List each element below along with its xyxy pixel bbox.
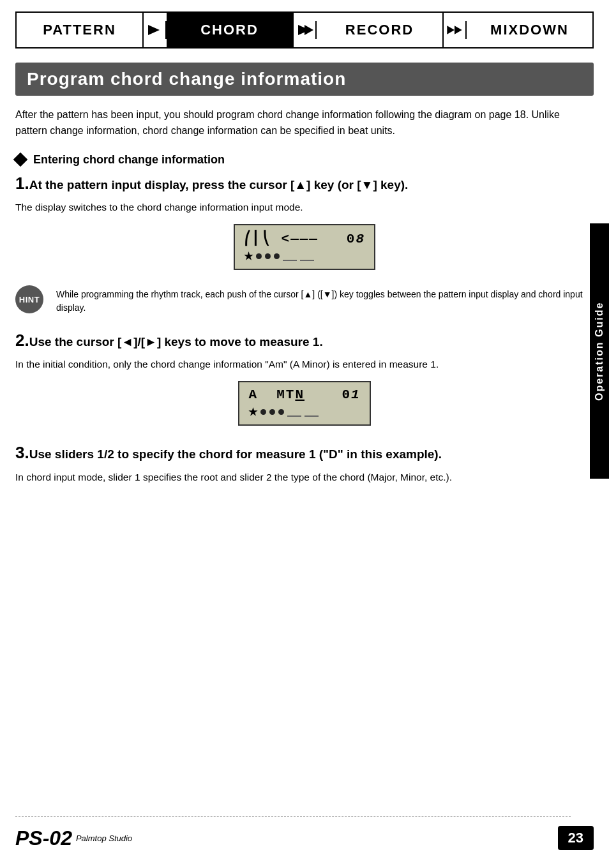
lcd-seg-bar-3 [287,408,301,417]
lcd-2-wrapper: A MTN 01 ★ [238,381,370,426]
led-on-4 [260,409,266,415]
page-title-box: Program chord change information [15,63,594,96]
lcd-2-line2: ★ [248,405,360,418]
sidebar-label: Operation Guide [590,223,609,479]
main-content: After the pattern has been input, you sh… [15,107,594,485]
lcd-seg-bar-2 [300,252,314,261]
step-3: 3.Use sliders 1/2 to specify the chord f… [15,441,594,484]
step-1-title: 1.At the pattern input display, press th… [15,172,594,195]
hint-icon: HINT [15,285,47,317]
step-2-title: 2.Use the cursor [◄]/[►] keys to move to… [15,329,594,352]
lcd-display-2: A MTN 01 ★ [15,381,594,426]
brand-subtitle: Palmtop Studio [76,834,132,843]
lcd-1-wrapper: ⎛⎜⎝ <——— 08 ★ [234,224,375,270]
svg-marker-4 [455,26,462,34]
section-heading: Entering chord change information [15,153,594,167]
step-1: 1.At the pattern input display, press th… [15,172,594,270]
step-2-body: In the initial condition, only the chord… [15,357,594,372]
brand: PS-02 Palmtop Studio [15,827,132,850]
lcd-seg-bar-1 [283,252,297,261]
led-on-5 [269,409,275,415]
brand-logo: PS-02 [15,827,72,850]
diamond-icon [13,153,28,167]
step-3-title: 3.Use sliders 1/2 to specify the chord f… [15,441,594,464]
led-on-3 [274,253,280,259]
nav-bar: PATTERN CHORD RECORD MIXDOWN [15,11,594,49]
led-on-1 [256,253,262,259]
step-3-body: In chord input mode, slider 1 specifies … [15,470,594,485]
lcd-2-line1: A MTN 01 [248,387,360,402]
footer: PS-02 Palmtop Studio 23 [0,826,609,850]
page-title: Program chord change information [27,69,582,89]
nav-pattern[interactable]: PATTERN [17,13,144,47]
intro-text: After the pattern has been input, you sh… [15,107,594,139]
step-2: 2.Use the cursor [◄]/[►] keys to move to… [15,329,594,426]
lcd-1-line1: ⎛⎜⎝ <——— 08 [244,230,365,246]
lcd-display-1: ⎛⎜⎝ <——— 08 ★ [15,224,594,270]
led-on-2 [265,253,271,259]
nav-mixdown[interactable]: MIXDOWN [467,13,592,47]
page-number: 23 [558,826,594,850]
hint-text: While programming the rhythm track, each… [56,285,594,315]
step-1-body: The display switches to the chord change… [15,200,594,215]
section-heading-text: Entering chord change information [33,153,225,167]
led-on-6 [278,409,284,415]
nav-chord[interactable]: CHORD [167,13,294,47]
hint-circle: HINT [15,285,43,313]
nav-record[interactable]: RECORD [317,13,444,47]
lcd-seg-bar-4 [304,408,319,417]
svg-marker-2 [304,25,313,35]
svg-marker-0 [148,25,160,35]
svg-marker-3 [447,26,455,34]
nav-arrow-3 [444,21,467,39]
nav-arrow-2 [294,21,317,39]
nav-arrow-1 [144,21,167,39]
hint-box: HINT While programming the rhythm track,… [15,285,594,317]
lcd-1-line2: ★ [244,249,365,262]
footer-line [15,816,571,817]
